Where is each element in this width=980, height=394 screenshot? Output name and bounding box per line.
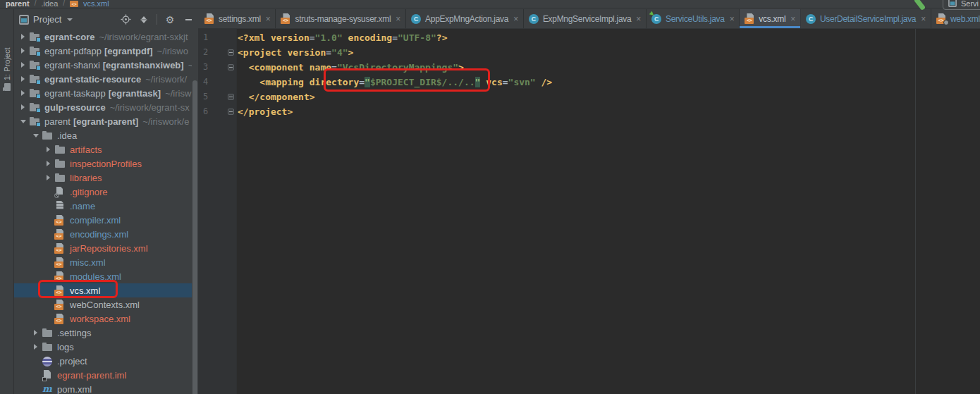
editor-surface[interactable]: 123456 <?xml version="1.0" encoding="UTF… [198, 29, 980, 394]
tab-label: vcs.xml [759, 14, 785, 24]
chevron-right-icon[interactable] [42, 156, 54, 171]
tree-item-.idea[interactable]: .idea [14, 128, 192, 142]
chevron-spacer [42, 199, 54, 213]
breadcrumb-item-parent[interactable]: parent [6, 0, 30, 8]
fold-marker-icon[interactable] [228, 109, 234, 115]
chevron-right-icon[interactable] [17, 44, 29, 58]
chevron-right-icon[interactable] [42, 142, 54, 156]
tree-item-inspectionProfiles[interactable]: inspectionProfiles [14, 156, 192, 171]
code-token: "4" [331, 47, 348, 58]
tree-item-egrant-parent.iml[interactable]: egrant-parent.iml [14, 368, 192, 382]
fold-marker-icon[interactable] [228, 64, 234, 70]
tree-item-module-name: [egrantshanxiweb] [103, 60, 184, 70]
tree-item-artifacts[interactable]: artifacts [14, 142, 192, 156]
hide-panel-button[interactable] [181, 13, 195, 27]
chevron-down-icon[interactable] [30, 128, 42, 142]
tree-item-logs[interactable]: logs [14, 340, 192, 354]
chevron-right-icon[interactable] [42, 171, 54, 185]
tab-struts-manage-sysuser.xml[interactable]: <>struts-manage-sysuser.xml× [276, 9, 406, 28]
tool-stripe-label: 1: Project [3, 48, 11, 80]
tree-item-egrant-taskapp[interactable]: egrant-taskapp[egranttask]~/irisw [14, 86, 192, 100]
chevron-spacer [42, 241, 54, 255]
fold-marker-icon[interactable] [228, 49, 234, 56]
close-icon[interactable]: × [513, 15, 518, 23]
tree-item-compiler.xml[interactable]: <>compiler.xml [14, 213, 192, 227]
breadcrumb-item-vcs-xml[interactable]: vcs.xml [83, 0, 109, 8]
panel-settings-button[interactable]: ⚙ [163, 13, 177, 27]
code-token [238, 62, 249, 73]
close-icon[interactable]: × [636, 15, 641, 23]
tab-ExpMngServiceImpl.java[interactable]: CExpMngServiceImpl.java× [524, 9, 647, 28]
java-class-icon: C [411, 13, 422, 25]
chevron-right-icon[interactable] [17, 58, 29, 72]
navigation-bar: parent / .idea / <> vcs.xml Servi [0, 0, 980, 8]
close-icon[interactable]: × [396, 15, 400, 23]
locate-icon [121, 14, 131, 25]
run-config-box[interactable]: Servi [943, 0, 980, 10]
left-tool-stripe: 1: Project [0, 9, 14, 394]
maven-icon: m [42, 384, 53, 394]
tree-scrollbar[interactable] [192, 80, 197, 394]
tree-item-jarRepositories.xml[interactable]: <>jarRepositories.xml [14, 241, 192, 255]
tree-item-.project[interactable]: .project [14, 354, 192, 368]
chevron-spacer [42, 255, 54, 269]
line-number: 3 [203, 60, 220, 75]
tab-vcs.xml[interactable]: <>vcs.xml× [740, 9, 801, 28]
tree-item-egrant-static-resource[interactable]: egrant-static-resource~/iriswork/ [14, 72, 192, 86]
tree-item-pom.xml[interactable]: mpom.xml [14, 382, 192, 394]
close-icon[interactable]: × [921, 15, 926, 23]
chevron-right-icon[interactable] [30, 340, 42, 354]
tree-item-misc.xml[interactable]: <>misc.xml [14, 255, 192, 269]
tab-AppExpMngAction.java[interactable]: CAppExpMngAction.java× [406, 9, 524, 28]
tab-label: struts-manage-sysuser.xml [295, 14, 391, 24]
tree-item-vcs.xml[interactable]: <>vcs.xml [14, 283, 192, 297]
breadcrumb-item-idea[interactable]: .idea [41, 0, 58, 8]
tab-web.xml[interactable]: <>web.xml [931, 9, 980, 28]
java-class-icon: C [806, 13, 817, 25]
chevron-right-icon[interactable] [17, 72, 29, 86]
caret-down-icon[interactable] [67, 18, 73, 21]
folder-icon [54, 173, 66, 183]
tree-item-.settings[interactable]: .settings [14, 326, 192, 340]
tree-item-modules.xml[interactable]: <>modules.xml [14, 269, 192, 283]
tree-item-encodings.xml[interactable]: <>encodings.xml [14, 227, 192, 241]
chevron-right-icon[interactable] [17, 100, 29, 114]
code-token: </project> [238, 106, 293, 117]
tree-item-parent[interactable]: parent[egrant-parent]~/iriswork/e [14, 114, 192, 128]
tree-item-egrant-shanxi[interactable]: egrant-shanxi[egrantshanxiweb]~/ [14, 58, 192, 72]
chevron-right-icon[interactable] [17, 30, 29, 44]
tree-item-module-name: [egrantpdf] [104, 46, 153, 56]
tree-item-.gitignore[interactable]: .gitignore [14, 185, 192, 199]
close-icon[interactable]: × [730, 15, 735, 23]
tab-settings.xml[interactable]: <>settings.xml× [200, 9, 276, 28]
tree-item-module-name: [egrant-parent] [73, 116, 138, 127]
tab-ServiceUtils.java[interactable]: CServiceUtils.java× [647, 9, 740, 28]
tree-item-libraries[interactable]: libraries [14, 171, 192, 185]
settings-gear-icon: ⚙ [166, 15, 175, 25]
tree-item-workspace.xml[interactable]: <>workspace.xml [14, 312, 192, 326]
tree-item-webContexts.xml[interactable]: <>webContexts.xml [14, 297, 192, 312]
chevron-right-icon[interactable] [30, 326, 42, 340]
code-token [343, 32, 348, 43]
tree-item-.name[interactable]: .name [14, 199, 192, 213]
hide-icon [185, 19, 192, 20]
code-token: $PROJECT_DIR$/../.. [370, 77, 475, 87]
xml-file-icon: <> [54, 285, 66, 296]
close-icon[interactable]: × [266, 15, 271, 23]
xml-file-icon: <> [54, 271, 66, 282]
tab-UserDetailServiceImpl.java[interactable]: CUserDetailServiceImpl.java× [801, 9, 931, 28]
tree-item-gulp-resource[interactable]: gulp-resource~/iriswork/egrant-sx [14, 100, 192, 114]
java-class-icon: C [529, 13, 540, 25]
chevron-right-icon[interactable] [17, 86, 29, 100]
tree-item-egrant-core[interactable]: egrant-core~/iriswork/egrant-sxkjt [14, 30, 192, 44]
close-icon[interactable]: × [790, 15, 795, 23]
tool-stripe-project-button[interactable]: 1: Project [0, 36, 14, 92]
collapse-all-button[interactable] [137, 13, 151, 27]
line-number: 6 [203, 104, 220, 119]
chevron-down-icon[interactable] [17, 114, 29, 128]
code-line-5: </component> [238, 90, 980, 104]
fold-marker-icon[interactable] [228, 94, 234, 100]
locate-button[interactable] [118, 13, 133, 27]
tree-item-egrant-pdfapp[interactable]: egrant-pdfapp[egrantpdf]~/iriswo [14, 44, 192, 58]
collapse-all-icon [139, 15, 149, 25]
